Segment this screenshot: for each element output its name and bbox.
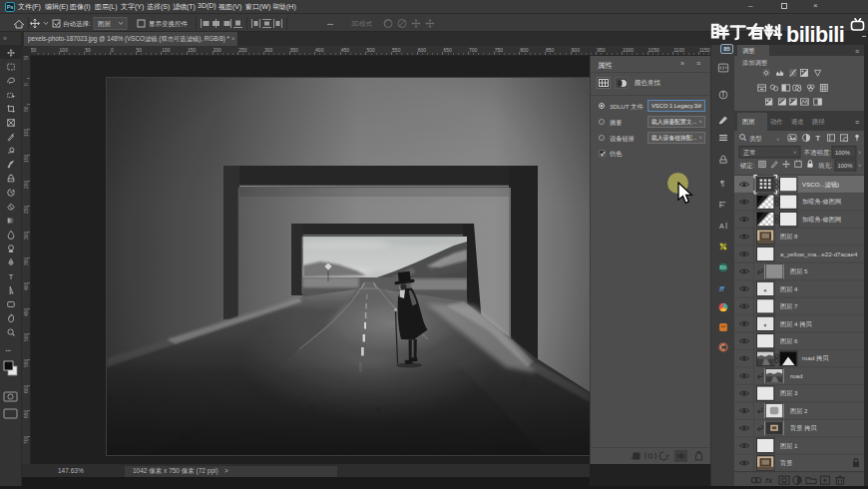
svg-text:路径: 路径: [812, 118, 825, 125]
svg-text:动作: 动作: [770, 118, 783, 125]
svg-text:...: ...: [327, 19, 333, 26]
svg-text:图层 1: 图层 1: [780, 442, 798, 450]
svg-text:T: T: [9, 272, 14, 281]
svg-text:类型: 类型: [749, 135, 762, 143]
svg-text:锁定:: 锁定:: [739, 162, 755, 170]
svg-text:100%: 100%: [838, 163, 853, 169]
svg-text:背景 拷贝: 背景 拷贝: [790, 424, 817, 432]
svg-text:RA: RA: [719, 265, 726, 270]
svg-text:正常: 正常: [743, 149, 756, 156]
svg-text:显示变换控件: 显示变换控件: [149, 20, 189, 28]
svg-text:加暗角-修图网: 加暗角-修图网: [802, 198, 841, 206]
svg-text:fx: fx: [765, 476, 773, 485]
svg-text:road 拷贝: road 拷贝: [802, 354, 829, 362]
svg-text:添加调整: 添加调整: [742, 59, 767, 67]
svg-text:图层 3: 图层 3: [780, 389, 798, 397]
svg-text:»: »: [3, 35, 7, 42]
svg-text:road: road: [790, 372, 803, 379]
svg-text:图层: 图层: [98, 20, 112, 27]
svg-text:100%: 100%: [835, 150, 850, 156]
svg-text:ff: ff: [719, 285, 724, 292]
svg-text:不透明度:: 不透明度:: [803, 149, 831, 157]
svg-text:...: ...: [6, 345, 12, 352]
svg-text:VSCO...滤镜): VSCO...滤镜): [802, 181, 839, 189]
svg-text:通道: 通道: [791, 118, 804, 125]
svg-text:图层 4: 图层 4: [780, 285, 798, 293]
svg-text:˅: ˅: [793, 150, 797, 156]
svg-text:填充:: 填充:: [817, 162, 833, 170]
svg-text:A: A: [719, 223, 724, 230]
svg-text:图层 7: 图层 7: [780, 302, 798, 310]
svg-text:图层 5: 图层 5: [790, 267, 808, 275]
svg-text:图层 4 拷贝: 图层 4 拷贝: [780, 320, 812, 328]
svg-text:T: T: [816, 134, 821, 143]
svg-text:˅: ˅: [858, 150, 862, 156]
svg-text:≡: ≡: [855, 48, 859, 55]
svg-text:˅: ˅: [858, 163, 862, 169]
svg-text:3D模式: 3D模式: [351, 20, 373, 27]
svg-text:调整: 调整: [742, 47, 755, 55]
svg-text:图层 6: 图层 6: [780, 337, 798, 345]
svg-text:图层 8: 图层 8: [780, 233, 798, 241]
svg-text:图层: 图层: [742, 118, 755, 126]
svg-text:≡: ≡: [855, 119, 859, 126]
svg-text:¶: ¶: [720, 179, 724, 188]
svg-text:a_yellow_ma...e22-d7acae4: a_yellow_ma...e22-d7acae4: [780, 250, 858, 257]
svg-text:加暗角-修图网: 加暗角-修图网: [802, 216, 841, 224]
svg-text:背景: 背景: [780, 459, 792, 466]
svg-text:自动选择:: 自动选择:: [63, 20, 91, 28]
svg-text:图层 2: 图层 2: [790, 407, 808, 415]
svg-text:˅: ˅: [776, 137, 780, 143]
